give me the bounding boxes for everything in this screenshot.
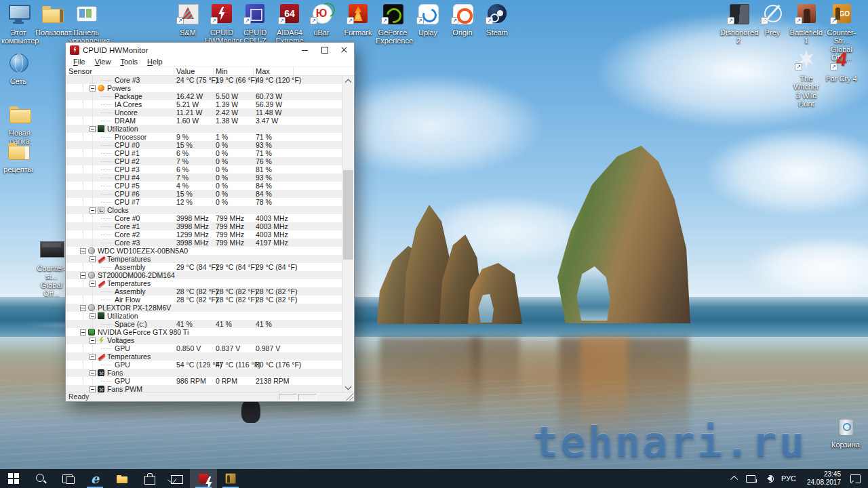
sensor-row[interactable]: Voltages	[66, 336, 343, 344]
sensor-row[interactable]: CPU #712 %0 %78 %	[66, 198, 343, 206]
sensor-row[interactable]: Assembly28 °C (82 °F)28 °C (82 °F)28 °C …	[66, 287, 343, 296]
sensor-row[interactable]: Clocks	[66, 206, 343, 214]
close-button[interactable]	[334, 43, 354, 57]
sensor-row[interactable]: GPU986 RPM0 RPM2138 RPM	[66, 377, 343, 385]
scroll-up-arrow-icon[interactable]	[342, 76, 354, 87]
column-header-value[interactable]: Value	[174, 67, 213, 76]
sensor-row[interactable]: CPU #615 %0 %84 %	[66, 190, 343, 198]
desktop-icon-geforce-experience[interactable]: ↗GeForceExperience	[376, 3, 410, 45]
sensor-row[interactable]: Core #324 °C (75 °F)19 °C (66 °F)49 °C (…	[66, 76, 343, 84]
tree-collapse-icon[interactable]	[90, 354, 96, 360]
desktop-icon-steam[interactable]: ↗Steam	[480, 3, 514, 37]
sensor-row[interactable]: Utilization	[66, 312, 343, 320]
taskbar-button-csgo[interactable]	[217, 469, 244, 488]
tree-collapse-icon[interactable]	[90, 126, 96, 132]
resize-grip[interactable]	[345, 392, 353, 401]
desktop-icon-uplay[interactable]: ↗Uplay	[411, 3, 445, 37]
desktop-icon-aida64-extreme[interactable]: 64↗AIDA64Extreme	[273, 3, 307, 45]
tree-collapse-icon[interactable]	[90, 281, 96, 287]
desktop-icon-s-and-m[interactable]: ↗S&M	[171, 3, 205, 37]
sensor-row[interactable]: Utilization	[66, 125, 343, 133]
sensor-row[interactable]: Temperatures	[66, 255, 343, 263]
maximize-button[interactable]	[315, 43, 334, 57]
sensor-row[interactable]: Temperatures	[66, 352, 343, 361]
desktop-icon-cpuid-cpu-z[interactable]: ↗CPUID CPU-Z	[236, 3, 274, 45]
tree-collapse-icon[interactable]	[90, 386, 96, 392]
desktop-icon-recycle-bin[interactable]: Корзина	[829, 415, 863, 449]
sensor-row[interactable]: CPU #47 %0 %93 %	[66, 174, 343, 182]
tree-collapse-icon[interactable]	[80, 329, 86, 336]
menu-tools[interactable]: Tools	[115, 58, 142, 66]
sensor-row[interactable]: GPU54 °C (129 °F)47 °C (116 °F)80 °C (17…	[66, 361, 343, 369]
tree-collapse-icon[interactable]	[80, 248, 86, 254]
tree-collapse-icon[interactable]	[90, 370, 96, 376]
desktop-icon-far-cry-4[interactable]: 4↗Far Cry 4	[823, 49, 861, 83]
sensor-row[interactable]: CPU #27 %0 %76 %	[66, 157, 343, 165]
desktop-icon-furmark[interactable]: ↗Furmark	[341, 3, 375, 37]
action-center-icon[interactable]	[847, 469, 864, 488]
tree-collapse-icon[interactable]	[90, 256, 96, 262]
sensor-row[interactable]: CPU #16 %0 %71 %	[66, 149, 343, 157]
sensor-row[interactable]: ST2000DM006-2DM164	[66, 271, 343, 279]
tree-collapse-icon[interactable]	[90, 338, 96, 344]
tree-collapse-icon[interactable]	[90, 207, 96, 214]
sensor-row[interactable]: CPU #36 %0 %81 %	[66, 165, 343, 174]
sensor-row[interactable]: CPU #54 %0 %84 %	[66, 182, 343, 190]
title-bar[interactable]: CPUID HWMonitor	[66, 43, 354, 57]
network-tray-icon[interactable]	[743, 469, 759, 488]
sensor-row[interactable]: Core #03998 MHz799 MHz4003 MHz	[66, 214, 343, 222]
scrollbar-thumb[interactable]	[343, 170, 353, 260]
sensor-row[interactable]: Core #13998 MHz799 MHz4003 MHz	[66, 222, 343, 230]
taskbar-button-task-view[interactable]	[54, 469, 81, 488]
sensor-row[interactable]: Core #33998 MHz799 MHz4197 MHz	[66, 239, 343, 247]
taskbar-button-edge[interactable]: e	[81, 469, 108, 488]
desktop-icon-dishonored-2[interactable]: ↗Dishonored 2	[720, 3, 757, 45]
taskbar-button-hwmonitor[interactable]	[190, 469, 217, 488]
language-indicator[interactable]: РУС	[776, 469, 801, 488]
sensor-row[interactable]: Package16.42 W5.50 W60.73 W	[66, 92, 343, 100]
taskbar-button-mail[interactable]	[163, 469, 190, 488]
volume-tray-icon[interactable]	[760, 469, 775, 488]
sensor-row[interactable]: IA Cores5.21 W1.39 W56.39 W	[66, 100, 343, 108]
desktop-icon-network[interactable]: Сеть	[1, 52, 35, 85]
taskbar-button-start[interactable]	[0, 469, 27, 488]
scrollbar[interactable]	[342, 76, 353, 393]
tray-chevron-up-icon[interactable]	[729, 469, 741, 488]
sensor-row[interactable]: Air Flow28 °C (82 °F)28 °C (82 °F)28 °C …	[66, 296, 343, 304]
desktop-icon-origin[interactable]: ↗Origin	[446, 3, 479, 37]
taskbar-button-search[interactable]	[27, 469, 54, 488]
desktop-icon-control-panel[interactable]: Панельуправления	[69, 3, 103, 45]
desktop-icon-ubar[interactable]: Ю↗uBar	[304, 3, 338, 37]
tree-collapse-icon[interactable]	[80, 272, 86, 279]
tree-collapse-icon[interactable]	[90, 313, 96, 319]
sensor-row[interactable]: GPU0.850 V0.837 V0.987 V	[66, 344, 343, 352]
desktop-icon-this-pc[interactable]: Этоткомпьютер	[1, 3, 35, 45]
sensor-row[interactable]: Fans	[66, 369, 343, 377]
sensor-row[interactable]: Processor9 %1 %71 %	[66, 133, 343, 141]
sensor-row[interactable]: DRAM1.60 W1.38 W3.47 W	[66, 117, 343, 125]
sensor-row[interactable]: CPU #015 %0 %93 %	[66, 141, 343, 149]
sensor-row[interactable]: PLEXTOR PX-128M6V	[66, 304, 343, 312]
tree-collapse-icon[interactable]	[80, 305, 86, 311]
taskbar-button-file-explorer[interactable]	[108, 469, 136, 488]
tree-collapse-icon[interactable]	[90, 85, 96, 92]
sensor-row[interactable]: Space (c:)41 %41 %41 %	[66, 320, 343, 328]
menu-view[interactable]: View	[90, 58, 116, 66]
sensor-row[interactable]: Temperatures	[66, 279, 343, 287]
menu-help[interactable]: Help	[142, 58, 167, 66]
menu-file[interactable]: File	[68, 58, 90, 66]
sensor-row[interactable]: Uncore11.21 W2.42 W11.48 W	[66, 108, 343, 117]
sensor-row[interactable]: Assembly29 °C (84 °F)29 °C (84 °F)29 °C …	[66, 263, 343, 271]
desktop-icon-witcher-3[interactable]: ↗The Witcher3 Wild Hunt	[788, 49, 825, 108]
sensor-row[interactable]: WDC WD10EZEX-00BN5A0	[66, 247, 343, 255]
taskbar-button-store[interactable]	[136, 469, 163, 488]
clock[interactable]: 23:45 24.08.2017	[802, 469, 846, 488]
desktop-icon-prey[interactable]: ↗Prey	[755, 3, 789, 37]
desktop-icon-battlefield-1[interactable]: ↗Battlefield 1	[788, 3, 825, 45]
column-header-min[interactable]: Min	[213, 67, 253, 76]
column-header-sensor[interactable]: Sensor	[66, 67, 174, 76]
column-header-max[interactable]: Max	[253, 67, 293, 76]
minimize-button[interactable]	[295, 43, 315, 57]
sensor-row[interactable]: Core #21299 MHz799 MHz4003 MHz	[66, 230, 343, 239]
desktop-icon-users-folder[interactable]: Пользоват...	[35, 3, 69, 37]
